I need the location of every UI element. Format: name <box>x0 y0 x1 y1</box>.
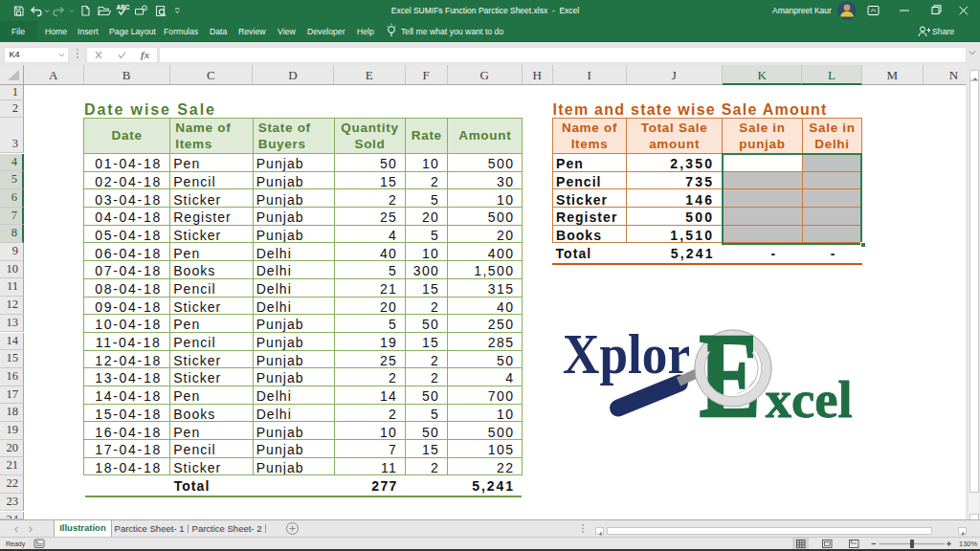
svg-text:xcel: xcel <box>766 371 853 429</box>
svg-text:ABC: ABC <box>116 4 129 11</box>
svg-text:fx: fx <box>141 49 150 60</box>
svg-text:Xplor: Xplor <box>563 322 690 386</box>
svg-text:130%: 130% <box>959 540 978 548</box>
